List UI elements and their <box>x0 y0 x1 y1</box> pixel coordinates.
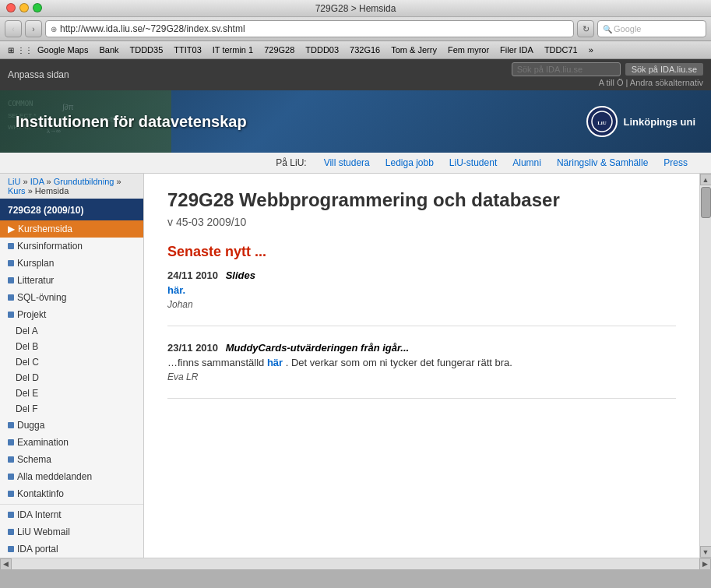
label: Litteratur <box>17 275 54 286</box>
nav-alumni[interactable]: Alumni <box>505 153 549 173</box>
news-date-1: 24/11 2010 <box>167 269 218 281</box>
bookmark-googlemaps[interactable]: Google Maps <box>33 44 93 56</box>
sidebar-item-dugga[interactable]: Dugga <box>0 417 143 434</box>
sidebar-item-dele[interactable]: Del E <box>0 386 143 401</box>
forward-icon: › <box>32 25 34 33</box>
bullet-icon <box>8 294 14 301</box>
news-body-1: här. <box>167 284 676 296</box>
scroll-right-arrow[interactable]: ▶ <box>699 558 711 570</box>
search-bar[interactable]: 🔍 Google <box>597 20 706 37</box>
reload-button[interactable]: ↻ <box>577 20 594 37</box>
bullet-icon <box>8 529 14 535</box>
nav-press[interactable]: Press <box>656 153 695 173</box>
news-title-1: Slides <box>226 269 255 281</box>
sidebar-item-projekt[interactable]: Projekt <box>0 306 143 323</box>
news-author-1: Johan <box>167 299 676 310</box>
bookmark-bank[interactable]: Bank <box>94 44 123 56</box>
bullet-icon <box>8 512 14 518</box>
label: IDA portal <box>17 544 58 555</box>
label: Dugga <box>17 420 44 431</box>
sidebar-item-delf[interactable]: Del F <box>0 401 143 417</box>
sidebar-item-dela[interactable]: Del A <box>0 323 143 339</box>
nav-menu: På LiU: Vill studera Lediga jobb LiU-stu… <box>0 153 711 174</box>
scroll-up-arrow[interactable]: ▲ <box>700 174 712 185</box>
news-author-2: Eva LR <box>167 371 676 382</box>
sidebar-item-ida-portal[interactable]: IDA portal <box>0 540 143 558</box>
sidebar-item-kontaktinfo[interactable]: Kontaktinfo <box>0 485 143 502</box>
sidebar-item-kurshemsida[interactable]: ▶ Kurshemsida <box>0 220 143 238</box>
breadcrumb-grundutbildning[interactable]: Grundutbildning <box>54 177 114 186</box>
breadcrumb-ida[interactable]: IDA <box>30 177 44 186</box>
sidebar-item-litteratur[interactable]: Litteratur <box>0 272 143 289</box>
nav-liu-student[interactable]: LiU-student <box>442 153 505 173</box>
bookmark-tomjerry[interactable]: Tom & Jerry <box>386 44 442 56</box>
address-bar[interactable]: ⊕ http://www.ida.liu.se/~729G28/index.sv… <box>45 20 574 37</box>
news-body-prefix-2: …finns sammanställd <box>167 357 267 368</box>
label: Kursplan <box>17 258 54 269</box>
label: LiU Webmail <box>17 526 70 537</box>
bookmark-tddd03[interactable]: TDDD03 <box>301 44 343 56</box>
maximize-button[interactable] <box>33 3 42 12</box>
bullet-icon <box>8 474 14 480</box>
bookmark-tddd35[interactable]: TDDD35 <box>125 44 168 56</box>
breadcrumb-liu[interactable]: LiU <box>8 177 21 186</box>
reload-icon: ↻ <box>583 24 590 34</box>
bookmark-filerida[interactable]: Filer IDA <box>495 44 538 56</box>
label: Del A <box>16 326 38 336</box>
scrollbar[interactable]: ▲ ▼ <box>699 174 711 558</box>
security-icon: ⊕ <box>51 25 57 33</box>
search-icon: 🔍 <box>603 25 612 33</box>
sidebar-kurshemsida-label: Kurshemsida <box>18 224 72 234</box>
other-search-link[interactable]: Andra sökalternativ <box>630 78 703 87</box>
news-body-2: …finns sammanställd här . Det verkar som… <box>167 357 676 368</box>
sidebar-item-kursplan[interactable]: Kursplan <box>0 255 143 272</box>
a-to-o-link[interactable]: A till Ö <box>599 78 624 87</box>
bookmark-732g16[interactable]: 732G16 <box>345 44 385 56</box>
label: Examination <box>17 437 69 448</box>
sidebar-item-schema[interactable]: Schema <box>0 451 143 468</box>
sidebar-item-ida-internt[interactable]: IDA Internt <box>0 506 143 523</box>
label: SQL-övning <box>17 292 66 303</box>
back-button[interactable]: ‹ <box>5 20 22 37</box>
label: Alla meddelanden <box>17 471 92 482</box>
sidebar-item-alla-meddelanden[interactable]: Alla meddelanden <box>0 468 143 485</box>
label: Del C <box>16 357 39 368</box>
bookmark-ittermin1[interactable]: IT termin 1 <box>208 44 258 56</box>
scroll-left-arrow[interactable]: ◀ <box>0 558 12 570</box>
bookmark-ttit03[interactable]: TTIT03 <box>169 44 206 56</box>
scroll-thumb[interactable] <box>701 187 711 218</box>
bookmark-femmyror[interactable]: Fem myror <box>443 44 494 56</box>
bottom-scrollbar[interactable]: ◀ ▶ <box>0 558 711 569</box>
nav-vill-studera[interactable]: Vill studera <box>316 153 378 173</box>
bookmark-729g28[interactable]: 729G28 <box>259 44 299 56</box>
sidebar-item-sqlovning[interactable]: SQL-övning <box>0 289 143 306</box>
news-link-1[interactable]: här. <box>167 284 185 296</box>
news-link-2[interactable]: här <box>267 357 283 368</box>
close-button[interactable] <box>6 3 16 12</box>
breadcrumb-kurs[interactable]: Kurs <box>8 186 26 195</box>
minimize-button[interactable] <box>19 3 29 12</box>
label: Del D <box>16 372 39 383</box>
news-body-suffix-2: . Det verkar som om ni tycker det funger… <box>286 357 512 368</box>
search-button[interactable]: Sök på IDA.liu.se <box>625 63 703 76</box>
label: Schema <box>17 454 51 465</box>
top-bar: Anpassa sidan Sök på IDA.liu.se A till Ö… <box>0 59 711 90</box>
sidebar-item-deld[interactable]: Del D <box>0 370 143 386</box>
customize-label: Anpassa sidan <box>8 69 69 80</box>
sidebar-item-delc[interactable]: Del C <box>0 354 143 370</box>
scroll-down-arrow[interactable]: ▼ <box>700 546 712 558</box>
label: Del F <box>16 403 38 414</box>
nav-naringsliv[interactable]: Näringsliv & Samhälle <box>549 153 656 173</box>
bookmark-tddc71[interactable]: TDDC71 <box>540 44 583 56</box>
sidebar-item-examination[interactable]: Examination <box>0 434 143 451</box>
nav-lediga-jobb[interactable]: Lediga jobb <box>378 153 442 173</box>
forward-button[interactable]: › <box>25 20 42 37</box>
news-date-2: 23/11 2010 <box>167 342 218 354</box>
bullet-icon <box>8 422 14 428</box>
sidebar-item-kursinformation[interactable]: Kursinformation <box>0 238 143 255</box>
sidebar-item-delb[interactable]: Del B <box>0 339 143 354</box>
sidebar-breadcrumb: LiU » IDA » Grundutbildning » Kurs » Hem… <box>0 174 143 200</box>
site-search-input[interactable] <box>512 62 621 76</box>
sidebar-item-liu-webmail[interactable]: LiU Webmail <box>0 523 143 540</box>
bookmark-more[interactable]: » <box>584 44 598 56</box>
